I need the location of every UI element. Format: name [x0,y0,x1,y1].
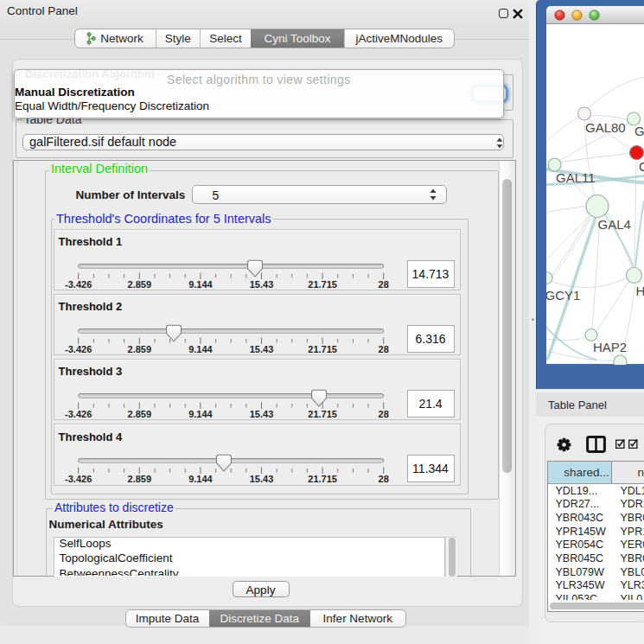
svg-text:9.144: 9.144 [188,408,213,418]
svg-text:2.859: 2.859 [128,343,152,354]
svg-text:CY: CY [639,158,644,173]
svg-text:-3.426: -3.426 [65,408,92,418]
svg-text:28: 28 [379,474,389,484]
svg-text:9.144: 9.144 [188,343,213,354]
svg-text:HA: HA [636,283,644,297]
svg-text:15.43: 15.43 [250,278,274,289]
svg-text:GCY1: GCY1 [546,287,580,302]
svg-text:9.144: 9.144 [188,474,213,484]
svg-text:GAL4: GAL4 [598,216,631,231]
svg-text:-3.426: -3.426 [65,343,92,354]
svg-text:GAL11: GAL11 [556,169,596,184]
svg-text:2.859: 2.859 [128,474,152,484]
svg-text:21.715: 21.715 [308,474,337,484]
svg-text:2.859: 2.859 [128,408,152,418]
svg-text:28: 28 [379,343,389,354]
svg-text:28: 28 [379,278,389,289]
svg-text:21.715: 21.715 [308,408,337,418]
svg-text:15.43: 15.43 [250,343,274,354]
svg-text:GAL80: GAL80 [585,119,626,134]
svg-text:21.715: 21.715 [308,278,337,289]
svg-text:15.43: 15.43 [250,408,274,418]
svg-text:-3.426: -3.426 [65,278,92,289]
svg-text:2.859: 2.859 [128,278,152,289]
svg-text:9.144: 9.144 [188,278,213,289]
svg-text:15.43: 15.43 [250,474,274,484]
svg-text:HAP2: HAP2 [593,339,627,354]
svg-text:21.715: 21.715 [308,343,337,354]
svg-text:-3.426: -3.426 [65,474,92,484]
svg-text:GA: GA [634,123,644,137]
svg-text:28: 28 [379,408,389,418]
